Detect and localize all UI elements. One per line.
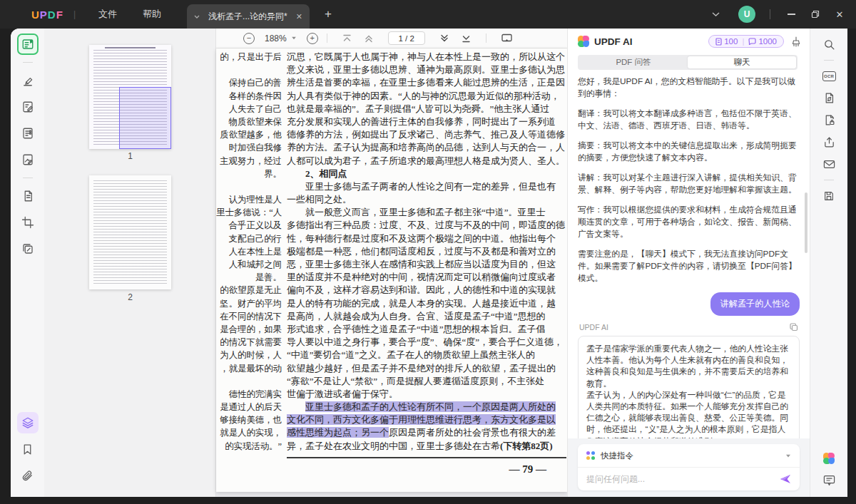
share-icon [823, 136, 835, 148]
bookmark-tool[interactable] [17, 438, 39, 460]
quick-command-label: 快捷指令 [601, 451, 785, 461]
attachment-tool[interactable] [17, 465, 39, 486]
pdf-text-line: 为人的时候，人 [216, 349, 282, 361]
toolbar-divider [486, 34, 486, 43]
sidebar-divider [824, 60, 834, 61]
pdf-footer-rule [287, 457, 566, 458]
pdf-text-line: 合乎正义以及 [216, 219, 282, 232]
ocr-tool[interactable]: OCR [818, 66, 840, 86]
pdf-text-line: 世偏于激进或者偏于保守。 [287, 388, 567, 401]
search-icon [823, 38, 835, 51]
zoom-level[interactable]: 188% [265, 34, 287, 43]
page-indicator[interactable]: 1 / 2 [388, 31, 425, 45]
quick-command-row[interactable]: 快捷指令 [578, 444, 800, 468]
pdf-left-column: 的，只是出于后保持自己的善各样的条件因人失去了自己物质欲望来保质欲望越多，他时加… [216, 51, 282, 453]
form-tool[interactable] [17, 123, 39, 144]
tab-close-icon[interactable]: ✕ [296, 12, 302, 21]
presentation-mode-button[interactable] [501, 34, 512, 43]
next-page-button[interactable] [440, 34, 449, 43]
tab-title: 浅析孟子...论的异同* [205, 11, 290, 23]
pdf-text-line: 形式追求，合乎德性之道是孟子“中道”思想的根本旨归。孟子倡 [287, 323, 567, 336]
ai-credits-badge: 100 | 1000 [708, 35, 784, 48]
chat-history[interactable]: 您好，我是UPDF AI，您的文档智能助手。以下是我可以做到的事情：翻译：我可以… [568, 73, 810, 438]
scroll-to-bottom-button[interactable] [462, 34, 471, 43]
zoom-out-button[interactable]: − [243, 33, 255, 44]
quick-command-caret-icon[interactable] [786, 454, 790, 457]
quick-command-box: 快捷指令 [578, 444, 800, 490]
welcome-paragraph: 摘要：我可以将文本中的关键信息提取出来，形成简明扼要的摘要，方便您快速了解文本内… [578, 140, 800, 164]
send-button[interactable] [780, 474, 791, 484]
menu-help[interactable]: 帮助 [130, 0, 174, 29]
credits-divider: | [742, 37, 744, 46]
page-thumbnail-2[interactable] [89, 175, 171, 289]
right-tool-sidebar: OCR [810, 29, 847, 497]
crop-tool[interactable] [17, 212, 39, 233]
account-dropdown-icon[interactable] [712, 12, 720, 16]
restore-icon [811, 10, 820, 19]
new-tab-button[interactable]: + [320, 7, 337, 21]
user-message-bubble: 讲解孟子的人性论 [710, 292, 800, 316]
close-button[interactable]: ✕ [827, 0, 852, 29]
pdf-text-line: 异，孟子处在农业文明的中国，亚里士多德处在古希(下转第82页) [287, 440, 567, 453]
comment-tool[interactable] [17, 70, 39, 91]
chat-scrollbar[interactable] [805, 192, 807, 253]
minimize-button[interactable] [779, 0, 803, 29]
ask-input[interactable] [586, 474, 780, 484]
menu-file[interactable]: 文件 [86, 0, 130, 29]
signature-icon [21, 153, 34, 166]
pdf-text-line: 坚。财产的平均 [216, 297, 282, 310]
tab-chat[interactable]: 聊天 [688, 56, 796, 68]
pdf-text-line: 人都可以成为君子，孟子所追求的最高理想人格是成为贤人、圣人。 [287, 155, 567, 168]
search-tool[interactable] [818, 35, 840, 54]
maximize-button[interactable] [803, 0, 827, 29]
bookmark-icon [21, 443, 34, 456]
zoom-in-button[interactable]: + [307, 33, 318, 44]
protect-tool[interactable] [818, 110, 840, 130]
pdf-text-line: 德修养的方法，例如提出了反求诸己、尚志养气、推己及人等道德修 [287, 128, 567, 141]
tab-pdf-qa[interactable]: PDF 问答 [579, 56, 688, 68]
window-controls: U ✕ [712, 0, 856, 29]
clear-chat-button[interactable] [791, 36, 801, 47]
double-chevron-down-icon [440, 34, 449, 43]
edit-pdf-tool[interactable] [17, 96, 39, 118]
layers-tool[interactable] [17, 412, 39, 433]
doc-credits: 100 [715, 37, 738, 46]
pdf-viewport[interactable]: 的，只是出于后保持自己的善各样的条件因人失去了自己物质欲望来保质欲望越多，他时加… [216, 48, 567, 497]
feedback-tool[interactable] [818, 470, 840, 490]
pdf-text-line: 里的适度并不是种绝对的中间，视情况而定可以稍微偏向过度或者 [287, 271, 567, 284]
convert-tool[interactable] [818, 88, 840, 108]
ai-input-section: 快捷指令 [568, 438, 810, 497]
pdf-text-line: 人失去了自己 [216, 103, 282, 115]
thumbnail-panel: 1 2 [44, 29, 216, 497]
sign-tool[interactable] [17, 149, 39, 170]
zoom-dropdown-icon[interactable] [292, 37, 296, 40]
pdf-text-line: 时加强自我修 [216, 141, 282, 154]
pdf-text-line: 性，每种德行都是过度和不及这两个极端之间的中道。他指出每个 [287, 232, 567, 245]
document-area: − 188% + 1 / 2 [216, 29, 567, 497]
chat-credits: 1000 [748, 37, 777, 46]
thumbnail-viewport-indicator[interactable] [119, 87, 171, 149]
layers-icon [21, 416, 34, 429]
pdf-text-line: 为人具有类似于神的因素。“人的与神的沉思最为近似的那种活动， [287, 90, 567, 103]
document-tab[interactable]: 浅析孟子...论的异同* ✕ [187, 4, 310, 29]
copy-response-button[interactable] [790, 323, 798, 331]
scroll-to-top-button[interactable] [342, 34, 352, 43]
user-avatar[interactable]: U [738, 6, 755, 23]
save-tool[interactable] [818, 186, 840, 205]
share-tool[interactable] [818, 133, 840, 152]
email-tool[interactable] [818, 155, 840, 174]
pdf-text-line: 保持自己的善 [216, 76, 282, 89]
page-thumbnail-1[interactable] [89, 45, 171, 149]
reader-view-tool[interactable] [17, 34, 39, 55]
watermark-tool[interactable] [17, 238, 39, 259]
updf-ai-shortcut[interactable] [818, 448, 840, 468]
minus-icon: − [247, 34, 251, 42]
document-lock-icon [823, 114, 835, 126]
page-credit-icon [715, 38, 722, 46]
pdf-text-line: 各样的条件因 [216, 90, 282, 103]
previous-page-button[interactable] [365, 34, 373, 43]
pdf-text-line: 就一般意义而言，亚里士多德和孟子都主张“中道”。亚里士 [287, 206, 567, 219]
pdf-text-line: 的实现活动。” [216, 440, 282, 453]
tab-dropdown-icon[interactable] [194, 15, 200, 19]
organize-pages-tool[interactable] [17, 185, 39, 207]
